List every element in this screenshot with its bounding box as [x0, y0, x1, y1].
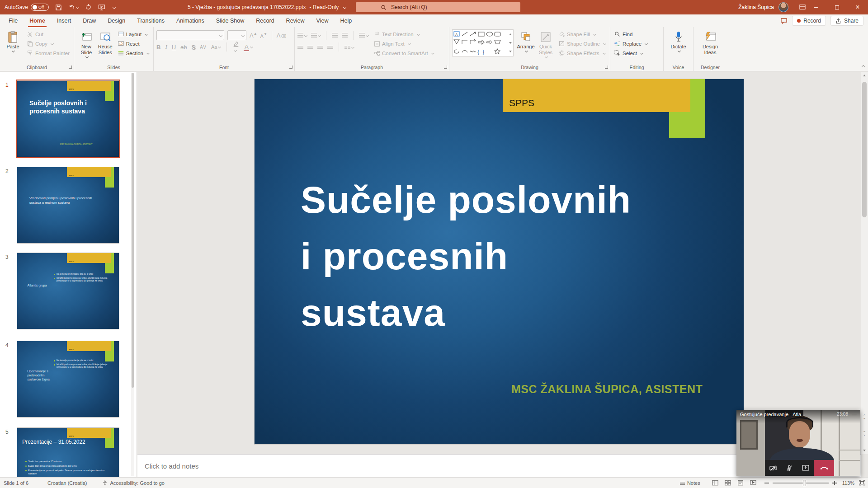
record-button[interactable]: Record	[792, 16, 826, 26]
slide-4-thumbnail[interactable]: SPPS Upoznavanje s proizvodnim sustavom …	[17, 341, 119, 418]
language-indicator[interactable]: Croatian (Croatia)	[47, 480, 87, 486]
main-vertical-scrollbar[interactable]: ⌃⌃ ⌄⌄	[861, 72, 868, 454]
minimize-button[interactable]	[806, 0, 826, 14]
title-dropdown-icon[interactable]	[343, 5, 346, 9]
comments-icon[interactable]	[780, 17, 788, 24]
restore-button[interactable]	[826, 0, 847, 14]
close-button[interactable]: ×	[847, 0, 868, 14]
decrease-font-size-icon[interactable]: A▼	[260, 32, 267, 39]
zoom-slider-thumb[interactable]	[803, 480, 806, 486]
copy-button[interactable]: Copy	[26, 39, 71, 48]
tab-design[interactable]: Design	[102, 14, 131, 27]
slide-5-thumbnail[interactable]: SPPS Prezentacije – 31.05.2022 Svaki tim…	[17, 427, 119, 477]
tab-file[interactable]: File	[3, 14, 24, 27]
cut-button[interactable]: Cut	[26, 29, 71, 39]
undo-icon[interactable]	[68, 4, 79, 11]
arrange-button[interactable]: Arrange	[516, 29, 536, 52]
section-button[interactable]: Section	[117, 48, 151, 58]
shape-outline-button[interactable]: Shape Outline	[557, 39, 607, 48]
fit-slide-button[interactable]	[859, 480, 865, 486]
tab-insert[interactable]: Insert	[51, 14, 77, 27]
save-icon[interactable]	[55, 4, 62, 11]
bold-button[interactable]: B	[156, 44, 160, 51]
tab-animations[interactable]: Animations	[170, 14, 210, 27]
tab-slide-show[interactable]: Slide Show	[210, 14, 250, 27]
format-painter-button[interactable]: Format Painter	[26, 48, 71, 58]
previous-slide-icon[interactable]: ⌃⌃	[861, 414, 868, 422]
new-slide-button[interactable]: New Slide	[77, 29, 96, 58]
font-name-select[interactable]	[156, 30, 224, 40]
clipboard-dialog-launcher-icon[interactable]	[69, 66, 72, 69]
text-direction-button[interactable]: Text Direction	[373, 29, 435, 39]
justify-button[interactable]	[327, 44, 333, 51]
align-right-button[interactable]	[317, 44, 323, 51]
tab-transitions[interactable]: Transitions	[131, 14, 170, 27]
design-ideas-button[interactable]: Design Ideas	[699, 29, 721, 56]
numbering-button[interactable]	[311, 32, 321, 39]
underline-button[interactable]: U	[172, 44, 176, 51]
camera-toggle-button[interactable]	[765, 460, 781, 476]
convert-smartart-button[interactable]: Convert to SmartArt	[373, 48, 435, 58]
scroll-down-icon[interactable]	[861, 447, 868, 454]
quick-styles-button[interactable]: Quick Styles	[536, 29, 556, 58]
ribbon-display-options-icon[interactable]	[799, 4, 806, 10]
strikethrough-button[interactable]: ab	[180, 44, 187, 51]
slide-2-thumbnail[interactable]: SPPS Vrednovati primjenu poslovnih i pro…	[17, 167, 119, 244]
slide-subtitle[interactable]: MSC ŽAKLINA ŠUPICA, ASISTENT	[511, 383, 703, 396]
notes-toggle-button[interactable]: Notes	[680, 480, 700, 486]
font-size-select[interactable]	[227, 30, 246, 40]
drawing-dialog-launcher-icon[interactable]	[605, 66, 608, 69]
increase-font-size-icon[interactable]: A▲	[250, 32, 257, 39]
mic-mute-button[interactable]	[781, 460, 797, 476]
slide-yellow-banner[interactable]: SPPS	[503, 79, 690, 112]
shape-fill-button[interactable]: Shape Fill	[557, 29, 607, 39]
autosave-switch-icon[interactable]: Off	[31, 4, 49, 11]
tab-draw[interactable]: Draw	[77, 14, 102, 27]
replace-button[interactable]: abacReplace	[613, 39, 649, 48]
italic-button[interactable]: I	[165, 43, 167, 51]
share-content-button[interactable]	[797, 460, 814, 476]
reset-button[interactable]: Reset	[117, 39, 151, 48]
tab-view[interactable]: View	[311, 14, 335, 27]
next-slide-icon[interactable]: ⌄⌄	[861, 429, 868, 436]
zoom-in-button[interactable]	[832, 481, 837, 485]
scrollbar-thumb[interactable]	[862, 82, 867, 217]
share-button[interactable]: Share	[830, 16, 863, 26]
scroll-up-icon[interactable]	[861, 72, 868, 79]
tab-home[interactable]: Home	[24, 14, 51, 27]
paragraph-dialog-launcher-icon[interactable]	[444, 66, 447, 69]
customize-qat-icon[interactable]	[112, 6, 115, 9]
hang-up-button[interactable]	[814, 460, 834, 476]
thumbnail-panel-scrollbar[interactable]	[131, 73, 134, 476]
align-left-button[interactable]	[297, 44, 303, 51]
user-name[interactable]: Žaklina Šupica	[738, 4, 774, 10]
collapse-ribbon-icon[interactable]	[861, 61, 864, 69]
shape-effects-button[interactable]: Shape Effects	[557, 48, 607, 58]
text-shadow-button[interactable]: S	[192, 44, 196, 51]
slide-3-thumbnail[interactable]: SPPS Atlantis grupa Na temelju prezentac…	[17, 253, 119, 329]
zoom-out-button[interactable]	[764, 483, 769, 483]
layout-button[interactable]: Layout	[117, 29, 151, 39]
start-slideshow-icon[interactable]	[98, 4, 105, 11]
tab-record[interactable]: Record	[250, 14, 280, 27]
accessibility-status[interactable]: Accessibility: Good to go	[102, 480, 164, 486]
tab-help[interactable]: Help	[334, 14, 358, 27]
highlight-color-button[interactable]	[233, 41, 239, 54]
bullets-button[interactable]	[297, 32, 307, 39]
document-title[interactable]: 5 - Vježba - gostujuća predavanja 170520…	[188, 0, 346, 14]
dictate-button[interactable]: Dictate	[668, 29, 689, 52]
paste-button[interactable]: Paste	[3, 29, 23, 52]
find-button[interactable]: Find	[613, 29, 649, 39]
character-spacing-button[interactable]: AV	[200, 45, 207, 50]
slide-counter[interactable]: Slide 1 of 6	[4, 480, 28, 486]
shapes-gallery-scroll[interactable]	[507, 30, 513, 56]
font-dialog-launcher-icon[interactable]	[289, 66, 292, 69]
view-normal-button[interactable]	[712, 480, 718, 486]
decrease-indent-button[interactable]	[332, 32, 338, 39]
select-button[interactable]: Select	[613, 48, 649, 58]
tab-review[interactable]: Review	[280, 14, 311, 27]
view-slide-sorter-button[interactable]	[725, 480, 731, 486]
redo-icon[interactable]	[85, 4, 92, 11]
shapes-gallery[interactable]: A { }	[452, 29, 514, 56]
meeting-minimize-icon[interactable]: —	[852, 412, 857, 417]
